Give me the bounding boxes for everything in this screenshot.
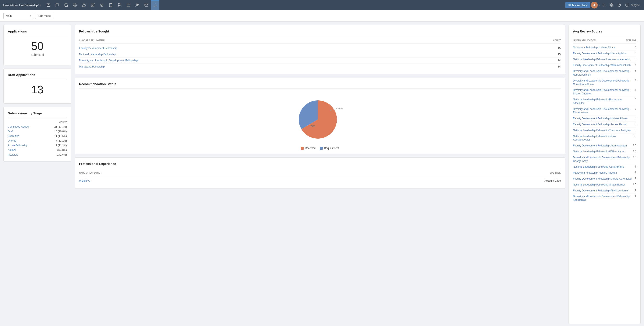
marketplace-button[interactable]: ⊞ Marketplace — [565, 2, 590, 8]
fellowship-row-name[interactable]: Faculty Development Fellowship — [79, 47, 117, 50]
svg-point-4 — [74, 5, 76, 6]
nav-icon-settings2[interactable] — [71, 0, 79, 10]
review-row-name[interactable]: National Leadership Fellowship-Theodore … — [573, 129, 635, 132]
nav-icon-edit[interactable] — [88, 0, 97, 10]
review-row-avg: 5 — [635, 58, 636, 61]
review-row: Diversity and Leadership Development Fel… — [573, 155, 636, 164]
review-row-avg: 5 — [635, 52, 636, 55]
marketplace-icon: ⊞ — [568, 4, 571, 7]
fellowship-row-name[interactable]: Mahayana Fellowship — [79, 65, 105, 68]
review-row-name[interactable]: Diversity and Leadership Development Fel… — [573, 195, 635, 202]
review-row-avg: 5 — [635, 46, 636, 50]
draft-applications-card: Draft Applications 13 — [4, 69, 71, 104]
settings-icon[interactable] — [608, 3, 615, 8]
review-row: Faculty Development Fellowship-James Abb… — [573, 122, 636, 127]
stage-rows: Committee Review 21 (33.3%) Draft 13 (20… — [8, 124, 67, 157]
nav-icon-book[interactable] — [106, 0, 115, 10]
prof-exp-employer[interactable]: WizeHive — [79, 179, 90, 182]
notification-bell[interactable] — [600, 3, 607, 8]
review-row-avg: 5 — [635, 69, 636, 77]
nav-brand[interactable]: Association - Linji Fellowship* ▾ — [2, 4, 41, 7]
svg-point-14 — [594, 4, 595, 5]
review-row-name[interactable]: Diversity and Leadership Development Fel… — [573, 107, 635, 115]
review-row-name[interactable]: Diversity and Leadership Development Fel… — [573, 69, 635, 77]
professional-experience-title: Professional Experience — [79, 162, 561, 168]
review-row-name[interactable]: Diversity and Leadership Development Fel… — [573, 156, 632, 163]
review-row: Mahayana Fellowship-Michael Albany 5 — [573, 45, 636, 51]
nav-icon-thumb[interactable] — [80, 0, 88, 10]
review-row: Faculty Development Fellowship-William B… — [573, 62, 636, 68]
review-row-avg: 4 — [635, 79, 636, 86]
nav-icon-trash[interactable] — [98, 0, 106, 10]
user-avatar[interactable] — [591, 2, 598, 9]
review-row-name[interactable]: Faculty Development Fellowship-Maria Agl… — [573, 52, 635, 55]
review-row-name[interactable]: Faculty Development Fellowship-Michael A… — [573, 117, 635, 120]
svg-text:29%: 29% — [338, 107, 342, 110]
nav-icon-email[interactable] — [142, 0, 150, 10]
review-row-name[interactable]: Faculty Development Fellowship-Aram Aves… — [573, 144, 632, 147]
review-row-name[interactable]: Mahayana Fellowship-Richard Angelini — [573, 171, 635, 175]
prof-exp-header: NAME OF EMPLOYER JOB TITLE — [79, 172, 561, 176]
stage-row-name[interactable]: Draft — [8, 130, 13, 133]
review-row-avg: 1.5 — [632, 183, 636, 187]
stage-row-name[interactable]: Offered — [8, 139, 16, 142]
fellowship-row-name[interactable]: Diversity and Leadership Development Fel… — [79, 59, 138, 62]
stage-row: Alumni 3 (4.8%) — [8, 148, 67, 152]
nav-icon-chart[interactable] — [151, 0, 160, 10]
review-row-name[interactable]: Faculty Development Fellowship-James Abb… — [573, 123, 635, 126]
review-row-name[interactable]: Faculty Development Fellowship-Phyllis A… — [573, 189, 635, 193]
stage-row: Interview 1 (1.6%) — [8, 152, 67, 157]
nav-icon-users[interactable] — [133, 0, 142, 10]
stage-row-name[interactable]: Interview — [8, 153, 18, 156]
review-row-name[interactable]: National Leadership Fellowship-Rosemarye… — [573, 98, 635, 105]
avatar-dropdown-arrow: ▾ — [599, 4, 600, 6]
review-row-name[interactable]: Mahayana Fellowship-Michael Albany — [573, 46, 635, 50]
review-col-application: LINKED APPLICATION — [573, 39, 596, 42]
stage-row-name[interactable]: Submitted — [8, 134, 19, 137]
review-row-name[interactable]: Diversity and Leadership Development Fel… — [573, 79, 635, 86]
nav-icon-flag[interactable] — [115, 0, 124, 10]
main-content: Applications 50 Submitted Draft Applicat… — [0, 22, 644, 326]
legend-sent-dot — [320, 147, 323, 150]
brand-label: Association - Linji Fellowship* — [2, 4, 39, 7]
help-icon[interactable] — [616, 3, 622, 8]
svg-text:71%: 71% — [310, 125, 315, 127]
nav-icon-calendar[interactable] — [124, 0, 133, 10]
review-row: Diversity and Leadership Development Fel… — [573, 106, 636, 116]
fellowship-col-count: COUNT — [553, 39, 561, 42]
marketplace-label: Marketplace — [572, 4, 587, 7]
review-table-header: LINKED APPLICATION AVERAGE — [573, 39, 636, 44]
review-row-name[interactable]: National Leadership Fellowship-William A… — [573, 150, 632, 153]
applications-count: 50 — [8, 40, 67, 52]
stage-row-name[interactable]: Active Fellowship — [8, 144, 28, 147]
fellowship-row-name[interactable]: National Leadership Fellowship — [79, 53, 116, 56]
stage-row-count: 11 (17.5%) — [54, 134, 67, 137]
review-row: Diversity and Leadership Development Fel… — [573, 68, 636, 78]
pie-legend: Received Request sent — [79, 147, 561, 150]
svg-rect-6 — [127, 4, 130, 7]
review-rows: Mahayana Fellowship-Michael Albany 5 Fac… — [573, 45, 636, 203]
review-row-name[interactable]: Faculty Development Fellowship-William B… — [573, 63, 635, 67]
stage-row-name[interactable]: Alumni — [8, 148, 16, 151]
nav-icon-forms[interactable] — [44, 0, 52, 10]
prof-exp-row: WizeHive Account Exec — [79, 178, 561, 184]
legend-request-sent: Request sent — [320, 147, 339, 150]
review-row-name[interactable]: National Leadership Fellowship-Celia Abr… — [573, 165, 635, 169]
review-row-name[interactable]: Diversity and Leadership Development Fel… — [573, 88, 635, 95]
stage-count-header-row: COUNT — [8, 121, 67, 124]
prof-exp-rows: WizeHive Account Exec — [79, 178, 561, 184]
review-row-name[interactable]: National Leadership Fellowship-Jenny Apo… — [573, 134, 632, 142]
avg-review-scores-card: Avg Review Scores LINKED APPLICATION AVE… — [568, 25, 640, 324]
svg-point-10 — [136, 4, 138, 5]
edit-mode-button[interactable]: Edit mode — [35, 13, 54, 19]
view-select[interactable]: Main — [4, 13, 33, 19]
stage-row-name[interactable]: Committee Review — [8, 125, 29, 128]
review-row-name[interactable]: National Leadership Fellowship-Shaun Bar… — [573, 183, 632, 187]
review-row-name[interactable]: National Leadership Fellowship-Annamarie… — [573, 58, 635, 61]
nav-icon-tasks[interactable] — [62, 0, 70, 10]
review-row: National Leadership Fellowship-Celia Abr… — [573, 164, 636, 170]
review-row-name[interactable]: Faculty Development Fellowship-Martha As… — [573, 177, 635, 181]
nav-icon-chat[interactable] — [53, 0, 62, 10]
review-row-avg: 3 — [635, 98, 636, 105]
fellowship-row: Mahayana Fellowship 14 — [79, 64, 561, 70]
